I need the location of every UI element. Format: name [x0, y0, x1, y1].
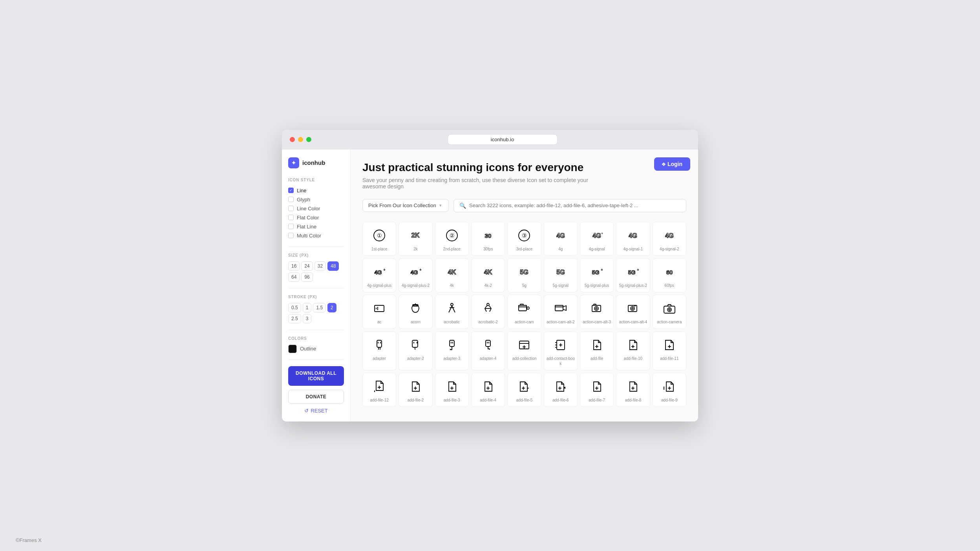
close-button[interactable] — [290, 137, 295, 142]
icon-cell-4g-signal[interactable]: 4G+4g-signal — [580, 222, 614, 256]
stroke-btn-0.5[interactable]: 0.5 — [288, 303, 301, 312]
svg-rect-38 — [555, 305, 563, 307]
icon-label-acrobatic: acrobatic — [444, 319, 460, 325]
maximize-button[interactable] — [306, 137, 311, 142]
svg-point-44 — [631, 307, 634, 310]
icon-cell-add-file-12[interactable]: add-file-12 — [362, 373, 396, 407]
icon-cell-5g[interactable]: 5G5g — [507, 258, 541, 292]
icon-cell-acrobatic-2[interactable]: acrobatic-2 — [471, 295, 505, 329]
icon-cell-add-file-10[interactable]: add-file-10 — [616, 331, 650, 370]
icon-cell-add-file-6[interactable]: add-file-6 — [544, 373, 578, 407]
icon-cell-add-file-3[interactable]: add-file-3 — [435, 373, 469, 407]
style-item-multi-color[interactable]: Multi Color — [288, 231, 344, 240]
icon-cell-3rd-place[interactable]: ③3rd-place — [507, 222, 541, 256]
stroke-btn-1.5[interactable]: 1.5 — [313, 303, 326, 312]
icon-cell-ac[interactable]: ac — [362, 295, 396, 329]
login-button[interactable]: ⎆ Login — [654, 157, 690, 171]
icon-cell-add-file-9[interactable]: add-file-9 — [653, 373, 686, 407]
reset-button[interactable]: ↺ RESET — [288, 408, 344, 414]
svg-text:4G: 4G — [375, 269, 382, 276]
icon-cell-action-cam[interactable]: action-cam — [507, 295, 541, 329]
icon-label-adapter-2: adapter-2 — [407, 356, 424, 361]
icon-cell-2nd-place[interactable]: ②2nd-place — [435, 222, 469, 256]
icon-cell-4g-signal-2[interactable]: 4G4g-signal-2 — [653, 222, 686, 256]
icon-cell-action-cam-alt-2[interactable]: action-cam-alt-2 — [544, 295, 578, 329]
search-input[interactable] — [469, 203, 680, 208]
icon-cell-adapter-4[interactable]: adapter-4 — [471, 331, 505, 370]
svg-text:4G: 4G — [592, 232, 601, 239]
icon-cell-5g-signal-plus-2[interactable]: 5G+5g-signal-plus-2 — [616, 258, 650, 292]
collection-select[interactable]: Pick From Our Icon Collection ▾ — [362, 199, 449, 212]
checkbox-glyph[interactable] — [288, 197, 294, 202]
icon-cell-adapter-3[interactable]: adapter-3 — [435, 331, 469, 370]
size-btn-16[interactable]: 16 — [288, 261, 300, 271]
svg-rect-33 — [519, 305, 527, 311]
icon-cell-action-cam-alt-4[interactable]: action-cam-alt-4 — [616, 295, 650, 329]
style-item-line[interactable]: Line — [288, 186, 344, 195]
icon-cell-add-file-11[interactable]: add-file-11 — [653, 331, 686, 370]
style-item-flat-line[interactable]: Flat Line — [288, 222, 344, 231]
icon-svg-5g-signal-plus-2: 5G+ — [625, 264, 641, 280]
icon-cell-action-camera[interactable]: action-camera — [653, 295, 686, 329]
color-swatch[interactable] — [288, 345, 297, 353]
icon-svg-4k: 4K — [444, 264, 460, 280]
svg-text:4G: 4G — [411, 269, 418, 276]
address-display[interactable]: iconhub.io — [448, 134, 558, 145]
icon-svg-add-contact-book — [553, 337, 569, 353]
icon-cell-4g[interactable]: 4G4g — [544, 222, 578, 256]
icon-cell-4g-signal-1[interactable]: 4G4g-signal-1 — [616, 222, 650, 256]
icon-cell-4g-signal-plus[interactable]: 4G+4g-signal-plus — [362, 258, 396, 292]
icon-cell-adapter[interactable]: adapter — [362, 331, 396, 370]
sidebar: ✦ iconhub ICON STYLE Line Glyph Line Col… — [282, 150, 351, 421]
icon-cell-5g-signal-plus[interactable]: 5G+5g-signal-plus — [580, 258, 614, 292]
size-btn-96[interactable]: 96 — [301, 272, 313, 282]
svg-text:4G: 4G — [665, 232, 673, 239]
icon-cell-add-contact-book[interactable]: add-contact-book — [544, 331, 578, 370]
icon-cell-add-file-5[interactable]: add-file-5 — [507, 373, 541, 407]
minimize-button[interactable] — [298, 137, 303, 142]
icon-label-60fps: 60fps — [665, 283, 674, 288]
size-btn-48[interactable]: 48 — [327, 261, 339, 271]
reset-label: RESET — [311, 408, 327, 414]
stroke-btn-1[interactable]: 1 — [303, 303, 312, 312]
icon-cell-5g-signal[interactable]: 5G5g-signal — [544, 258, 578, 292]
icon-cell-1st-place[interactable]: ①1st-place — [362, 222, 396, 256]
size-btn-64[interactable]: 64 — [288, 272, 300, 282]
icon-cell-2k[interactable]: 2K2k — [399, 222, 432, 256]
icon-cell-30fps[interactable]: 3030fps — [471, 222, 505, 256]
style-item-glyph[interactable]: Glyph — [288, 195, 344, 204]
icon-cell-add-file-2[interactable]: add-file-2 — [399, 373, 432, 407]
icon-cell-4g-signal-plus-2[interactable]: 4G+4g-signal-plus-2 — [399, 258, 432, 292]
style-item-line-color[interactable]: Line Color — [288, 204, 344, 213]
icon-cell-acorn[interactable]: acorn — [399, 295, 432, 329]
size-btn-32[interactable]: 32 — [314, 261, 326, 271]
icon-label-add-file: add-file — [591, 356, 603, 361]
icon-svg-acrobatic — [444, 301, 460, 316]
icon-cell-add-collection[interactable]: add-collection — [507, 331, 541, 370]
stroke-btn-2.5[interactable]: 2.5 — [288, 314, 301, 323]
donate-button[interactable]: DONATE — [288, 390, 344, 404]
icon-cell-4k[interactable]: 4K4k — [435, 258, 469, 292]
icon-cell-60fps[interactable]: 6060fps — [653, 258, 686, 292]
checkbox-multi-color[interactable] — [288, 233, 294, 238]
download-all-button[interactable]: DOWNLOAD ALL ICONS — [288, 366, 344, 386]
checkbox-line[interactable] — [288, 188, 294, 193]
icon-cell-add-file-4[interactable]: add-file-4 — [471, 373, 505, 407]
icon-cell-action-cam-alt-3[interactable]: action-cam-alt-3 — [580, 295, 614, 329]
icon-cell-4k-2[interactable]: 4K4k-2 — [471, 258, 505, 292]
style-item-flat-color[interactable]: Flat Color — [288, 213, 344, 222]
checkbox-line-color[interactable] — [288, 206, 294, 211]
icon-cell-acrobatic[interactable]: acrobatic — [435, 295, 469, 329]
stroke-label: STROKE (PX) — [288, 295, 344, 299]
icon-cell-add-file-8[interactable]: add-file-8 — [616, 373, 650, 407]
stroke-btn-2[interactable]: 2 — [327, 303, 336, 312]
icon-cell-add-file[interactable]: add-file — [580, 331, 614, 370]
styles-list: Line Glyph Line Color Flat Color Flat Li… — [288, 186, 344, 240]
checkbox-flat-color[interactable] — [288, 215, 294, 220]
icon-cell-add-file-7[interactable]: add-file-7 — [580, 373, 614, 407]
stroke-btn-3[interactable]: 3 — [303, 314, 312, 323]
checkbox-flat-line[interactable] — [288, 224, 294, 229]
icon-svg-adapter-2 — [408, 337, 423, 353]
size-btn-24[interactable]: 24 — [301, 261, 313, 271]
icon-cell-adapter-2[interactable]: adapter-2 — [399, 331, 432, 370]
